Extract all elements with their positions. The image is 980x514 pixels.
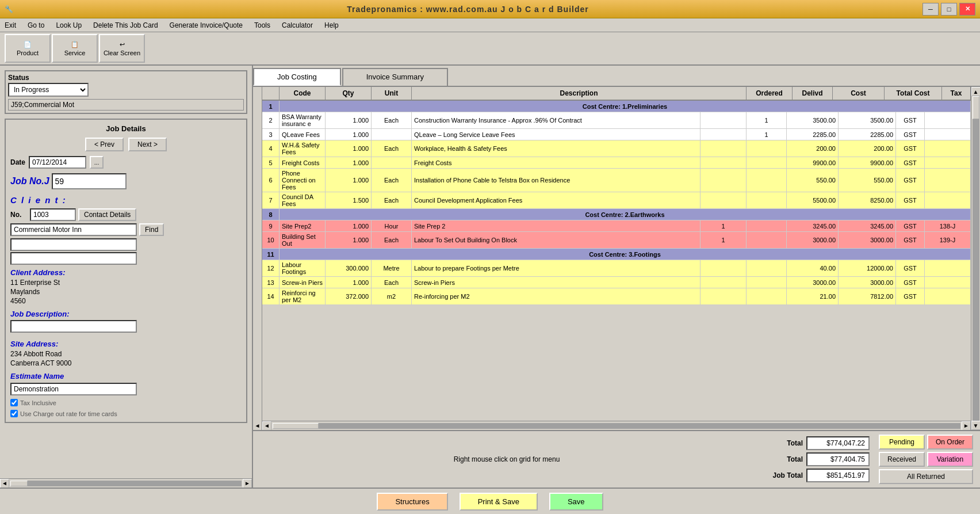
cell-tax: GST xyxy=(896,157,925,168)
job-desc-input[interactable] xyxy=(10,320,137,333)
job-no-label: Job No.J xyxy=(10,176,49,186)
clear-icon: ↩ xyxy=(120,41,125,48)
grid-scroll-left[interactable]: ◄ xyxy=(262,421,271,431)
menu-delete[interactable]: Delete This Job Card xyxy=(91,20,160,31)
menu-invoice[interactable]: Generate Invoice/Quote xyxy=(167,20,245,31)
v-scroll-down[interactable]: ▼ xyxy=(971,421,981,430)
product-button[interactable]: 📄 Product xyxy=(5,34,51,63)
scroll-thumb[interactable] xyxy=(10,481,28,486)
cell-tax: GST xyxy=(896,277,925,288)
grid-scroll-right[interactable]: ► xyxy=(962,421,971,431)
table-row[interactable]: 7 Council DA Fees 1.500 Each Council Dev… xyxy=(262,192,971,209)
cell-ordered xyxy=(700,260,747,276)
client-no-input[interactable] xyxy=(30,208,76,221)
clear-screen-button[interactable]: ↩ Clear Screen xyxy=(99,34,145,63)
client-addr-input-2[interactable] xyxy=(10,252,137,265)
contact-details-button[interactable]: Contact Details xyxy=(78,208,136,221)
table-row[interactable]: 12 Labour Footings 300.000 Metre Labour … xyxy=(262,260,971,277)
v-scroll-thumb[interactable] xyxy=(973,96,979,119)
title-bar: 🔧 Tradepronamics : www.rad.com.au J o b … xyxy=(0,0,980,18)
table-row[interactable]: 13 Screw-in Piers 1.000 Each Screw-in Pi… xyxy=(262,277,971,288)
cell-qty: 1.000 xyxy=(326,169,372,192)
minimize-button[interactable]: ─ xyxy=(922,3,939,16)
all-returned-button[interactable]: All Returned xyxy=(879,469,973,484)
cell-extra xyxy=(925,129,971,140)
v-scroll: ▲ ▼ xyxy=(971,87,980,430)
cell-ordered xyxy=(700,129,747,140)
cell-rownum: 9 xyxy=(262,220,280,231)
cell-unit: Hour xyxy=(372,220,412,231)
date-picker-button[interactable]: ... xyxy=(90,156,104,169)
title-bar-icon: 🔧 xyxy=(5,5,13,13)
estimate-name-input[interactable] xyxy=(10,383,137,395)
service-button[interactable]: 📋 Service xyxy=(52,34,98,63)
cell-tax: GST xyxy=(896,140,925,157)
save-button[interactable]: Save xyxy=(549,493,603,511)
menu-tools[interactable]: Tools xyxy=(252,20,273,31)
table-row[interactable]: 9 Site Prep2 1.000 Hour Site Prep 2 1 32… xyxy=(262,220,971,232)
table-row[interactable]: 5 Freight Costs 1.000 Freight Costs 9900… xyxy=(262,157,971,169)
find-button[interactable]: Find xyxy=(139,223,164,236)
charge-out-checkbox[interactable] xyxy=(10,410,18,417)
prev-button[interactable]: < Prev xyxy=(85,138,124,151)
table-row[interactable]: 8 Cost Centre: 2.Earthworks xyxy=(262,209,971,220)
pending-button[interactable]: Pending xyxy=(879,435,925,450)
cell-code: Reinforci ng per M2 xyxy=(280,288,326,304)
client-no-row: No. Contact Details xyxy=(10,208,242,221)
cell-ordered xyxy=(700,157,747,168)
table-row[interactable]: 11 Cost Centre: 3.Footings xyxy=(262,249,971,260)
menu-goto[interactable]: Go to xyxy=(25,20,47,31)
scroll-left-arrow[interactable]: ◄ xyxy=(0,479,9,488)
v-scroll-track[interactable] xyxy=(973,96,979,421)
cell-extra xyxy=(925,260,971,276)
cell-extra xyxy=(925,169,971,192)
cell-code: Cost Centre: 2.Earthworks xyxy=(280,209,971,220)
scroll-track[interactable] xyxy=(10,481,242,486)
menu-lookup[interactable]: Look Up xyxy=(53,20,84,31)
on-order-button[interactable]: On Order xyxy=(927,435,973,450)
job-no-input[interactable] xyxy=(52,173,127,189)
table-row[interactable]: 4 W.H.& Safety Fees 1.000 Each Workplace… xyxy=(262,140,971,157)
tab-invoice-summary[interactable]: Invoice Summary xyxy=(342,68,448,86)
cell-ordered xyxy=(700,140,747,157)
left-scroll: ◄ ► xyxy=(0,478,252,488)
table-row[interactable]: 14 Reinforci ng per M2 372.000 m2 Re-inf… xyxy=(262,288,971,305)
date-input[interactable] xyxy=(29,156,86,169)
close-button[interactable]: ✕ xyxy=(959,3,975,16)
cell-total-cost: 3245.00 xyxy=(839,220,896,231)
menu-calculator[interactable]: Calculator xyxy=(280,20,315,31)
grid-left-arrow[interactable]: ◄ xyxy=(253,87,262,430)
print-save-button[interactable]: Print & Save xyxy=(460,493,538,511)
menu-help[interactable]: Help xyxy=(322,20,341,31)
status-select[interactable]: In Progress Completed Pending On Hold xyxy=(8,83,89,97)
table-row[interactable]: 1 Cost Centre: 1.Preliminaries xyxy=(262,101,971,112)
next-button[interactable]: Next > xyxy=(128,138,167,151)
table-row[interactable]: 3 QLeave Fees 1.000 QLeave – Long Servic… xyxy=(262,129,971,140)
cell-desc: Labour To Set Out Building On Block xyxy=(412,232,700,248)
table-row[interactable]: 2 BSA Warranty insuranc e 1.000 Each Con… xyxy=(262,112,971,129)
grid-h-track[interactable] xyxy=(273,423,960,429)
maximize-button[interactable]: □ xyxy=(941,3,957,16)
received-button[interactable]: Received xyxy=(879,452,925,467)
job-list-item[interactable]: J59;Commercial Mot xyxy=(8,99,244,111)
client-addr-input-1[interactable] xyxy=(10,238,137,251)
tax-inclusive-checkbox[interactable] xyxy=(10,399,18,406)
total1-value: $774,047.22 xyxy=(806,436,870,450)
tab-job-costing[interactable]: Job Costing xyxy=(253,68,341,86)
grid-h-thumb[interactable] xyxy=(273,423,319,429)
menu-exit[interactable]: Exit xyxy=(2,20,18,31)
v-scroll-up[interactable]: ▲ xyxy=(971,87,981,96)
cell-total-cost: 200.00 xyxy=(839,140,896,157)
client-name-input[interactable] xyxy=(10,223,137,236)
cell-total-cost: 3000.00 xyxy=(839,232,896,248)
variation-button[interactable]: Variation xyxy=(927,452,973,467)
total2-row: Total $77,404.75 xyxy=(763,452,870,466)
table-row[interactable]: 6 Phone Connecti on Fees 1.000 Each Inst… xyxy=(262,169,971,192)
scroll-right-arrow[interactable]: ► xyxy=(243,479,252,488)
structures-button[interactable]: Structures xyxy=(377,493,447,511)
header-qty: Qty xyxy=(326,87,372,100)
cell-delivd xyxy=(747,288,787,304)
total2-label: Total xyxy=(763,455,803,463)
table-row[interactable]: 10 Building Set Out 1.000 Each Labour To… xyxy=(262,232,971,249)
cell-total-cost: 3500.00 xyxy=(839,112,896,128)
